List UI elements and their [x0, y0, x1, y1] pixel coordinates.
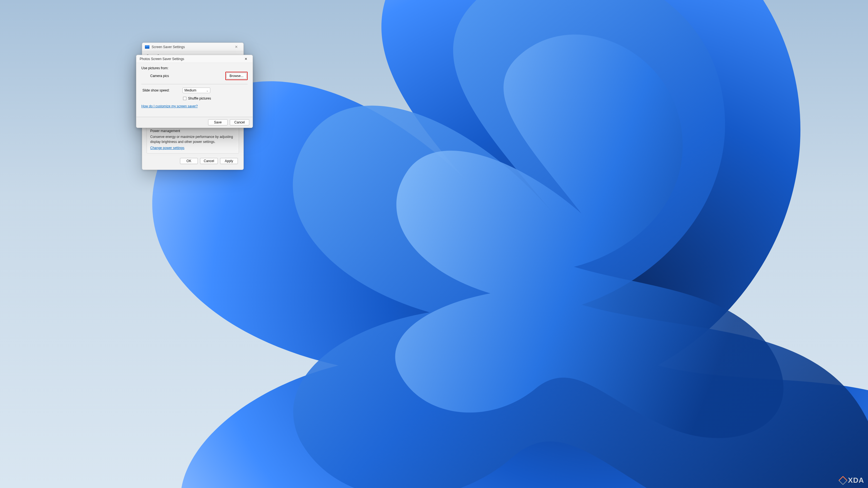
save-button[interactable]: Save: [208, 119, 227, 125]
photos-screensaver-settings-dialog: Photos Screen Saver Settings ✕ Use pictu…: [136, 55, 253, 128]
customize-help-link[interactable]: How do I customize my screen saver?: [141, 104, 198, 108]
ok-button[interactable]: OK: [180, 158, 198, 164]
display-properties-icon: [145, 45, 149, 48]
front-titlebar[interactable]: Photos Screen Saver Settings ✕: [136, 55, 253, 63]
cancel-button[interactable]: Cancel: [230, 119, 249, 125]
parent-title-text: Screen Saver Settings: [152, 45, 228, 49]
slideshow-speed-select[interactable]: Medium ⌄: [183, 88, 210, 93]
slideshow-speed-label: Slide show speed:: [143, 89, 179, 92]
power-management-group: Power management Conserve energy or maxi…: [147, 126, 239, 154]
use-pictures-from-label: Use pictures from:: [141, 66, 248, 70]
pictures-folder-name: Camera pics: [141, 74, 225, 78]
browse-button[interactable]: Browse...: [226, 73, 247, 79]
change-power-settings-link[interactable]: Change power settings: [150, 146, 184, 150]
chevron-down-icon: ⌄: [206, 89, 208, 92]
shuffle-pictures-label: Shuffle pictures: [188, 96, 211, 100]
xda-watermark: XDA: [840, 476, 864, 485]
power-management-title: Power management: [150, 129, 235, 133]
cancel-button[interactable]: Cancel: [200, 158, 218, 164]
slideshow-speed-value: Medium: [184, 89, 196, 92]
xda-watermark-text: XDA: [848, 476, 864, 485]
apply-button[interactable]: Apply: [220, 158, 238, 164]
parent-button-row: OK Cancel Apply: [145, 156, 241, 167]
close-icon[interactable]: ✕: [240, 56, 251, 62]
power-management-text: Conserve energy or maximize performance …: [150, 135, 235, 144]
parent-titlebar[interactable]: Screen Saver Settings ✕: [142, 43, 243, 51]
xda-logo-icon: [838, 476, 848, 485]
separator: [141, 84, 248, 84]
close-icon[interactable]: ✕: [230, 44, 242, 50]
front-button-row: Save Cancel: [136, 117, 253, 128]
shuffle-pictures-checkbox[interactable]: [183, 97, 186, 100]
desktop-wallpaper: [0, 0, 868, 488]
front-title-text: Photos Screen Saver Settings: [140, 57, 240, 61]
browse-highlight: Browse...: [225, 72, 248, 80]
